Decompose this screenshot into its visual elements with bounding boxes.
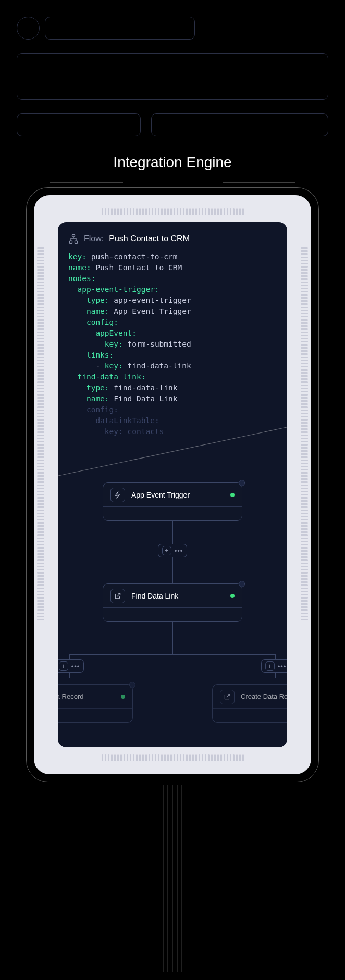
connector <box>173 622 173 654</box>
branch-connector <box>69 654 276 655</box>
skeleton-title <box>45 17 195 40</box>
svg-rect-1 <box>70 241 72 243</box>
status-dot <box>121 695 125 699</box>
external-link-icon <box>110 589 125 603</box>
device-frame: Flow: Push Contact to CRM key: push-cont… <box>26 187 319 782</box>
plus-icon: + <box>162 546 171 555</box>
plus-icon: + <box>265 661 275 671</box>
skeleton-button-1 <box>17 113 141 136</box>
more-icon: ••• <box>175 547 183 555</box>
status-dot <box>230 493 235 497</box>
node-find-data-link[interactable]: Find Data Link <box>103 583 242 622</box>
more-icon: ••• <box>278 663 287 670</box>
device-body: Flow: Push Contact to CRM key: push-cont… <box>34 195 311 774</box>
flow-header-name: Push Contact to CRM <box>109 234 190 244</box>
speaker-grille-left <box>36 247 45 722</box>
node-app-event-trigger[interactable]: App Event Trigger <box>103 482 242 521</box>
flow-header-prefix: Flow: <box>84 234 104 244</box>
plus-icon: + <box>59 661 68 671</box>
node-label: Find Data Link <box>131 592 224 600</box>
node-port[interactable] <box>239 581 245 587</box>
speaker-grille-bottom <box>44 754 301 762</box>
decorative-wires-bottom <box>163 785 182 972</box>
flow-icon <box>68 234 79 244</box>
integration-engine-screen: Flow: Push Contact to CRM key: push-cont… <box>58 222 287 747</box>
svg-rect-0 <box>72 235 75 237</box>
node-create-data-record[interactable]: Create Data Record <box>212 684 287 723</box>
lightning-icon <box>110 488 125 502</box>
status-dot <box>230 594 235 598</box>
node-port[interactable] <box>129 682 135 688</box>
flow-header: Flow: Push Contact to CRM <box>58 222 287 249</box>
node-update-data-record[interactable]: Update Data Record <box>58 684 133 723</box>
skeleton-body <box>17 53 328 100</box>
add-node-button[interactable]: + ••• <box>158 544 187 557</box>
speaker-grille-right <box>300 247 309 722</box>
external-link-icon <box>220 690 235 704</box>
connector <box>173 557 173 583</box>
node-label: Update Data Record <box>58 693 115 701</box>
skeleton-avatar <box>17 17 40 40</box>
node-label: Create Data Record <box>241 693 287 701</box>
node-port[interactable] <box>239 480 245 486</box>
node-label: App Event Trigger <box>131 491 224 499</box>
svg-rect-2 <box>75 241 78 243</box>
speaker-grille-top <box>44 208 301 216</box>
flow-canvas[interactable]: App Event Trigger + ••• <box>58 482 287 747</box>
skeleton-button-2 <box>151 113 328 136</box>
add-node-button[interactable]: + ••• <box>261 659 287 673</box>
more-icon: ••• <box>71 663 80 670</box>
section-title: Integration Engine <box>0 154 345 171</box>
decorative-lines-top <box>0 177 345 187</box>
add-node-button[interactable]: + ••• <box>58 659 84 673</box>
flow-yaml: key: push-contact-to-crm name: Push Cont… <box>58 249 287 458</box>
